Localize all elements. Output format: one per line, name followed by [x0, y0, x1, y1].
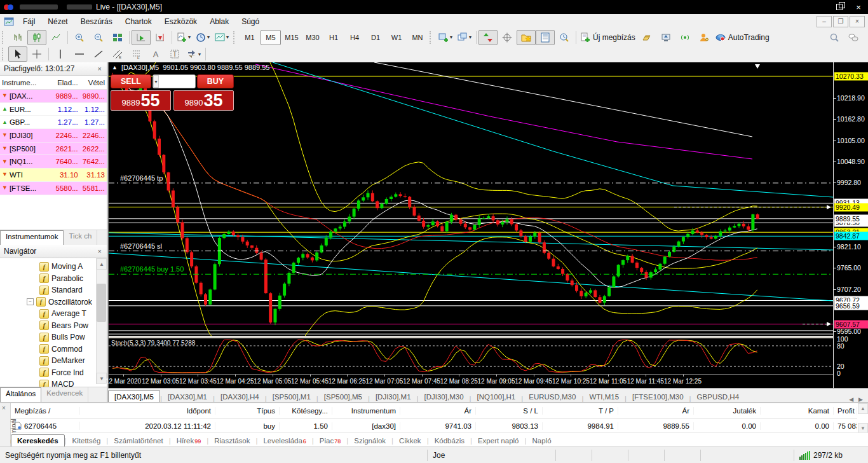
chart-shift-button[interactable]	[151, 30, 170, 45]
zoom-out-button[interactable]	[89, 30, 108, 45]
text-label-tool-button[interactable]: T	[165, 46, 184, 62]
navigator-item-demarker[interactable]: fDeMarker	[0, 355, 107, 367]
arrows-tool-button[interactable]: ▾	[184, 46, 203, 62]
toolbar-grip[interactable]	[233, 31, 238, 44]
templates-button[interactable]: ▾	[212, 30, 231, 45]
navigator-item-force-ind[interactable]: fForce Ind	[0, 367, 107, 379]
time-axis[interactable]: 12 Mar 202012 Mar 03:0512 Mar 03:4512 Ma…	[109, 374, 833, 389]
window-close-button[interactable]: ×	[849, 1, 868, 13]
navigator-item-standard[interactable]: fStandard	[0, 284, 107, 296]
chat-icon[interactable]	[844, 30, 863, 45]
terminal-tab-napl-[interactable]: Napló	[527, 435, 557, 446]
scrollbar-thumb[interactable]	[97, 284, 106, 322]
crosshair-tool-button[interactable]	[27, 46, 46, 62]
timeframe-m5-button[interactable]: M5	[261, 30, 281, 45]
terminal-tab-k-db-zis[interactable]: Kódbázis	[429, 435, 470, 446]
horizontal-line-tool-button[interactable]	[70, 46, 89, 62]
candlestick-chart-button[interactable]	[27, 30, 46, 45]
column-header-5[interactable]: Ár	[400, 407, 476, 415]
market-depth-button[interactable]	[536, 30, 555, 45]
chart-tab--dax30-m5[interactable]: [DAX30],M5	[108, 390, 160, 403]
terminal-tab-h-rek[interactable]: Hírek99	[171, 435, 207, 446]
bar-chart-button[interactable]	[8, 30, 27, 45]
auto-scroll-button[interactable]	[132, 30, 151, 45]
navigator-title-bar[interactable]: Navigátor ×	[0, 245, 107, 258]
navigator-item-commod[interactable]: fCommod	[0, 343, 107, 356]
crosshair-target-button[interactable]	[498, 30, 517, 45]
terminal-tab-expert-napl-[interactable]: Expert napló	[472, 435, 525, 446]
tab--ltal-nos[interactable]: Általános	[0, 387, 41, 402]
chart-window[interactable]: #62706445 tp#62706445 sl#62706445 buy 1.…	[108, 62, 868, 388]
navigator-item-bears-pow[interactable]: fBears Pow	[0, 320, 107, 332]
chart-tab--dax30-m1[interactable]: [DAX30],M1	[162, 391, 213, 403]
chart-tab--nq100-h1[interactable]: [NQ100],H1	[471, 391, 522, 403]
market-watch-row[interactable]: ▼[SP500]2621...2622...	[0, 142, 107, 156]
deposit-button[interactable]	[637, 30, 656, 45]
signals-button[interactable]	[675, 30, 695, 45]
column-header-8[interactable]: Ár	[618, 407, 694, 415]
menu-ablak[interactable]: Ablak	[203, 15, 235, 28]
column-header-11[interactable]: Profit	[834, 407, 857, 415]
navigator-item-bulls-pow[interactable]: fBulls Pow	[0, 331, 107, 343]
fibonacci-tool-button[interactable]: F	[127, 46, 146, 62]
column-header-6[interactable]: S / L	[476, 407, 543, 415]
toolbar-grip[interactable]	[430, 31, 434, 44]
timeframe-h4-button[interactable]: H4	[344, 30, 365, 45]
column-header-4[interactable]: Instrumentum	[332, 407, 400, 415]
timeframe-d1-button[interactable]: D1	[365, 30, 386, 45]
menu-chartok[interactable]: Chartok	[119, 15, 158, 28]
open-order-row[interactable]: 627064452020.03.12 11:11:42buy1.50[dax30…	[11, 419, 857, 432]
menu-súgó[interactable]: Súgó	[235, 15, 266, 28]
window-restore-button[interactable]	[830, 1, 849, 13]
chart-tab-gbpusd-h4[interactable]: GBPUSD,H4	[691, 391, 745, 403]
line-chart-button[interactable]	[46, 30, 65, 45]
timeframe-m30-button[interactable]: M30	[302, 30, 323, 45]
stochastic-pane[interactable]: Stoch(5,3,3) 79.3400 77.5288	[109, 338, 833, 374]
volume-input[interactable]	[159, 75, 196, 88]
chart-tab-eurusd-m30[interactable]: EURUSD,M30	[523, 391, 581, 403]
timeframe-h1-button[interactable]: H1	[323, 30, 344, 45]
strategy-tester-button[interactable]	[555, 30, 574, 45]
column-header-2[interactable]: Típus	[215, 407, 280, 415]
toolbar-grip[interactable]	[2, 48, 6, 60]
trendline-tool-button[interactable]	[89, 46, 108, 62]
timeframe-m15-button[interactable]: M15	[281, 30, 302, 45]
menu-fájl[interactable]: Fájl	[17, 15, 41, 28]
periods-button[interactable]: ▾	[193, 30, 212, 45]
column-header-0[interactable]: Megbízás /	[11, 407, 80, 415]
terminal-tab-sz-mlat-rt-net[interactable]: Számlatörténet	[108, 435, 168, 446]
indicators-button[interactable]: ▾	[174, 30, 193, 45]
tab-kedvencek[interactable]: Kedvencek	[41, 387, 88, 402]
market-watch-row[interactable]: ▼[FTSE...5580...5581...	[0, 182, 107, 195]
sell-button[interactable]: SELL	[111, 74, 151, 88]
navigator-item-parabolic[interactable]: fParabolic	[0, 273, 107, 285]
column-header-1[interactable]: Időpont	[80, 407, 215, 415]
market-watch-row[interactable]: ▲EUR...1.12...1.12...	[0, 103, 107, 116]
close-icon[interactable]: ×	[97, 247, 103, 255]
market-watch-row[interactable]: ▼[NQ1...7640...7642...	[0, 155, 107, 169]
menu-nézet[interactable]: Nézet	[41, 15, 74, 28]
terminal-tab-kitetts-g[interactable]: Kitettség	[67, 435, 107, 446]
community-button[interactable]	[695, 30, 714, 45]
menu-beszúrás[interactable]: Beszúrás	[74, 15, 119, 28]
column-header-3[interactable]: Kötésegy...	[280, 407, 332, 415]
market-watch-row[interactable]: ▼[DAX...9889...9890...	[0, 90, 107, 103]
market-watch-row[interactable]: ▲GBP...1.27...1.27...	[0, 116, 107, 129]
sell-price-display[interactable]: 9889 55	[111, 90, 171, 111]
chart-tab--sp500-m1[interactable]: [SP500],M1	[267, 391, 316, 403]
web-terminal-button[interactable]	[656, 30, 675, 45]
chart-close-button[interactable]: ×	[850, 16, 865, 27]
timeframe-m1-button[interactable]: M1	[240, 30, 260, 45]
equidistant-channel-tool-button[interactable]: E	[108, 46, 127, 62]
navigator-item-macd[interactable]: fMACD	[0, 378, 107, 387]
navigator-scrollbar[interactable]: ▲ ▼	[96, 258, 107, 384]
timeframe-w1-button[interactable]: W1	[386, 30, 407, 45]
terminal-scrollbar[interactable]: ▲ ▼	[858, 403, 868, 432]
toolbar-grip[interactable]	[2, 31, 6, 44]
market-watch-row[interactable]: ▼WTI31.1031.13	[0, 169, 107, 182]
chart-minimize-button[interactable]: –	[817, 16, 832, 27]
buy-button[interactable]: BUY	[197, 74, 234, 88]
menu-eszközök[interactable]: Eszközök	[158, 15, 203, 28]
close-icon[interactable]: ×	[2, 404, 6, 411]
chart-restore-button[interactable]: ❐	[833, 16, 848, 27]
